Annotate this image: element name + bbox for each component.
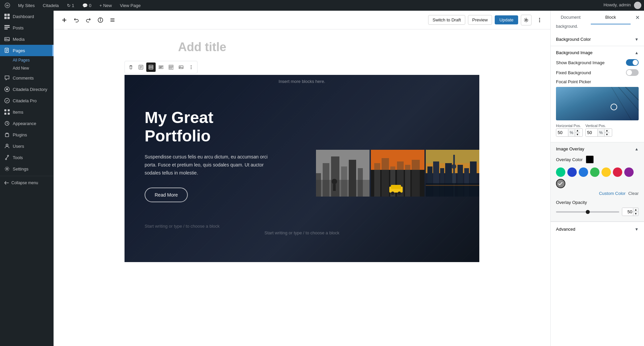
color-swatch-yellow[interactable]	[601, 167, 611, 177]
media-button[interactable]	[176, 63, 186, 72]
my-sites-item[interactable]: My Sites	[16, 0, 37, 11]
color-swatch-dark-blue[interactable]	[567, 167, 577, 177]
sidebar-item-users[interactable]: Users	[0, 140, 54, 152]
page-title-input[interactable]: Add title	[178, 40, 426, 54]
color-swatch-blue[interactable]	[579, 167, 588, 177]
opacity-row: ▲ ▼	[556, 208, 639, 216]
tab-block-label: Block	[605, 15, 616, 20]
focal-point-indicator[interactable]	[611, 104, 617, 110]
color-swatch-teal[interactable]	[556, 167, 565, 177]
color-swatches	[556, 167, 639, 188]
update-button[interactable]: Update	[495, 15, 518, 24]
read-more-button[interactable]: Read More	[145, 188, 188, 202]
revision-item[interactable]: ↻ 1	[65, 0, 76, 11]
svg-rect-21	[8, 113, 10, 115]
add-block-button[interactable]	[59, 15, 70, 25]
settings-gear-button[interactable]	[521, 15, 532, 25]
sidebar-item-tools[interactable]: Tools	[0, 152, 54, 163]
horizontal-pos-group: Horizontal Pos. % ▲ ▼	[556, 124, 583, 137]
bg-color-header[interactable]: Background Color ▼	[551, 33, 644, 46]
color-swatch-green[interactable]	[590, 167, 599, 177]
citadela-item[interactable]: Citadela	[41, 0, 61, 11]
panel-close-button[interactable]: ✕	[631, 11, 644, 24]
more-options-toolbar-button[interactable]	[107, 15, 118, 25]
vertical-down-spinner[interactable]: ▼	[604, 133, 610, 136]
comments-item[interactable]: 💬 0	[80, 0, 93, 11]
overlay-color-swatch[interactable]	[586, 155, 594, 163]
sidebar-item-comments[interactable]: Comments	[0, 72, 54, 84]
vertical-dots-button[interactable]	[534, 15, 545, 25]
switch-to-draft-button[interactable]: Switch to Draft	[428, 15, 465, 25]
align-default-button[interactable]	[136, 63, 146, 72]
sidebar-item-appearance[interactable]: Appearance	[0, 118, 54, 129]
tab-document[interactable]: Document	[551, 11, 591, 24]
color-swatch-selected[interactable]	[556, 179, 565, 188]
start-writing-2[interactable]: Start writing or type / to choose a bloc…	[145, 224, 459, 229]
svg-point-58	[191, 67, 192, 68]
custom-color-link[interactable]: Custom Color	[599, 191, 625, 196]
clear-button[interactable]: Clear	[628, 191, 639, 196]
sidebar-item-posts[interactable]: Posts	[0, 22, 54, 33]
align-wide-center-button[interactable]	[146, 63, 156, 72]
svg-rect-9	[5, 37, 9, 41]
opacity-up-spinner[interactable]: ▲	[633, 208, 638, 212]
view-page-item[interactable]: View Page	[118, 0, 143, 11]
vertical-up-spinner[interactable]: ▲	[604, 129, 610, 133]
sidebar-sub-all-pages[interactable]: All Pages	[0, 56, 54, 64]
color-swatch-red[interactable]	[613, 167, 622, 177]
comments-label: Comments	[13, 76, 34, 81]
portfolio-title[interactable]: My Great Portfolio	[145, 108, 272, 145]
svg-rect-3	[7, 14, 10, 16]
tools-toolbar-icon	[110, 17, 115, 23]
svg-rect-6	[4, 25, 10, 26]
horizontal-up-spinner[interactable]: ▲	[575, 129, 580, 133]
portfolio-block[interactable]: Insert more blocks here. My Great Portfo…	[125, 75, 479, 262]
overlay-color-row: Overlay Color	[556, 155, 639, 163]
opacity-down-spinner[interactable]: ▼	[633, 212, 638, 216]
wp-logo-item[interactable]: W	[3, 0, 12, 11]
sidebar-item-items[interactable]: Items	[0, 106, 54, 118]
bg-color-section: Background Color ▼	[551, 33, 644, 46]
start-writing-label: Start writing or type / to choose a bloc…	[264, 230, 339, 235]
dashboard-label: Dashboard	[13, 14, 34, 19]
sidebar-item-citadela-pro[interactable]: Citadela Pro	[0, 95, 54, 106]
focal-point-picker[interactable]	[556, 87, 639, 120]
undo-button[interactable]	[71, 15, 82, 25]
revision-count: 1	[72, 3, 74, 8]
align-full-button[interactable]	[166, 63, 176, 72]
redo-button[interactable]	[83, 15, 94, 25]
opacity-slider[interactable]	[556, 211, 619, 213]
align-wide-button[interactable]	[156, 63, 166, 72]
sidebar-item-pages[interactable]: Pages	[0, 45, 54, 56]
svg-point-31	[100, 18, 101, 19]
horizontal-pos-input[interactable]	[556, 129, 568, 136]
vertical-pos-input[interactable]	[586, 129, 597, 136]
sidebar-item-settings[interactable]: Settings	[0, 163, 54, 175]
info-button[interactable]	[95, 15, 106, 25]
preview-button[interactable]: Preview	[468, 15, 492, 25]
sidebar-item-media[interactable]: Media	[0, 33, 54, 45]
show-bg-image-toggle[interactable]	[626, 59, 639, 66]
my-sites-label: My Sites	[18, 3, 35, 8]
block-delete-button[interactable]	[126, 63, 136, 72]
horizontal-down-spinner[interactable]: ▼	[575, 133, 580, 136]
sidebar-item-dashboard[interactable]: Dashboard	[0, 11, 54, 22]
sidebar-sub-add-new[interactable]: Add New	[0, 64, 54, 72]
tab-block[interactable]: Block	[591, 11, 631, 24]
color-swatch-purple[interactable]	[624, 167, 634, 177]
fixed-bg-toggle[interactable]	[626, 69, 639, 76]
block-more-button[interactable]	[186, 63, 196, 72]
image-overlay-header[interactable]: Image Overlay ▲	[551, 142, 644, 155]
advanced-section[interactable]: Advanced ▼	[551, 222, 644, 236]
collapse-menu[interactable]: Collapse menu	[0, 178, 54, 188]
opacity-input[interactable]	[622, 208, 633, 216]
opacity-thumb	[586, 210, 590, 214]
sidebar-item-plugins[interactable]: Plugins	[0, 129, 54, 140]
sidebar-item-citadela-directory[interactable]: Citadela Directory	[0, 84, 54, 95]
svg-rect-4	[4, 17, 7, 19]
toolbar-right: Switch to Draft Preview Update	[428, 15, 545, 25]
new-item[interactable]: + New	[97, 0, 114, 11]
bg-image-header[interactable]: Background Image ▲	[551, 46, 644, 59]
portfolio-text[interactable]: Suspendisse cursus felis eu arcu dictum,…	[145, 153, 272, 177]
tools-label: Tools	[13, 155, 23, 160]
